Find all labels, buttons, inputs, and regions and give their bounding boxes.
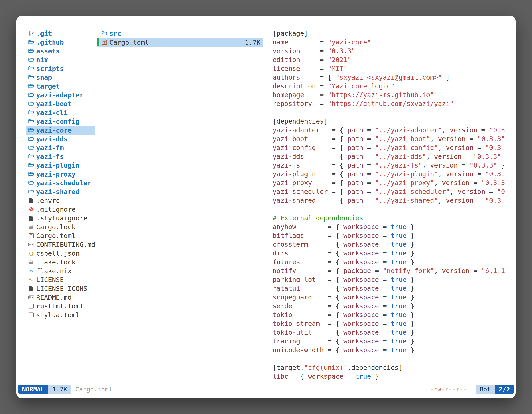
preview-pane: [package]name = "yazi-core"version = "0.… [273, 29, 513, 383]
code-line: yazi-fs = { path = "../yazi-fs", version… [273, 161, 513, 170]
selection-marker [97, 38, 99, 46]
file-row-README.md[interactable]: README.md [26, 293, 95, 302]
file-row-LICENSE[interactable]: LICENSE [26, 275, 95, 284]
code-line: notify = { package = "notify-fork", vers… [273, 267, 513, 275]
file-row-yazi-fm[interactable]: yazi-fm [26, 143, 95, 152]
position-badge: Bot [475, 385, 495, 394]
file-row-stylua.toml[interactable]: stylua.toml [26, 310, 95, 319]
file-name: yazi-adapter [36, 91, 83, 99]
file-row-nix[interactable]: nix [26, 55, 95, 64]
file-name: .gitignore [36, 206, 76, 213]
file-row-flake.nix[interactable]: flake.nix [26, 267, 95, 275]
code-line: yazi-proxy = { path = "../yazi-proxy", v… [273, 179, 513, 187]
status-bar-left: NORMAL 1.7K Cargo.toml [18, 385, 112, 394]
code-line: unicode-width = { workspace = true } [273, 346, 513, 355]
file-row-yazi-shared[interactable]: yazi-shared [26, 187, 95, 196]
file-name: yazi-cli [36, 109, 68, 116]
key-icon [28, 277, 34, 283]
code-line: dirs = { workspace = true } [273, 249, 513, 258]
file-row-.styluaignore[interactable]: .styluaignore [26, 214, 95, 222]
file-row-src[interactable]: src [97, 29, 263, 38]
file-name: Cargo.toml [36, 232, 76, 240]
git-branch-icon [28, 30, 34, 37]
file-name: yazi-fs [36, 153, 64, 161]
code-line: parking_lot = { workspace = true } [273, 275, 513, 284]
file-row-.envrc[interactable]: .envrc [26, 196, 95, 205]
code-line: yazi-dds = { path = "../yazi-dds", versi… [273, 152, 513, 161]
code-line: homepage = "https://yazi-rs.github.io" [273, 91, 513, 99]
file-row-yazi-adapter[interactable]: yazi-adapter [26, 91, 95, 99]
file-row-Cargo.toml[interactable]: Cargo.toml1.7K [97, 38, 263, 47]
code-line: # External dependencies [273, 214, 513, 222]
code-line: repository = "https://github.com/sxyazi/… [273, 99, 513, 108]
file-row-Cargo.toml[interactable]: Cargo.toml [26, 231, 95, 240]
file-row-snap[interactable]: snap [26, 73, 95, 82]
file-row-yazi-fs[interactable]: yazi-fs [26, 152, 95, 161]
file-name: Cargo.lock [36, 223, 76, 231]
file-name: flake.nix [36, 267, 72, 275]
file-row-yazi-config[interactable]: yazi-config [26, 117, 95, 126]
file-row-yazi-plugin[interactable]: yazi-plugin [26, 161, 95, 170]
file-name: flake.lock [36, 258, 76, 266]
file-row-flake.lock[interactable]: flake.lock [26, 258, 95, 267]
file-name: Cargo.toml [109, 39, 149, 46]
code-line: bitflags = { workspace = true } [273, 231, 513, 240]
file-row-cspell.json[interactable]: {}cspell.json [26, 249, 95, 258]
file-row-Cargo.lock[interactable]: Cargo.lock [26, 222, 95, 231]
file-name: yazi-proxy [36, 170, 76, 178]
code-line: ratatui = { workspace = true } [273, 284, 513, 293]
file-name: .git [36, 30, 52, 38]
file-name: src [109, 30, 121, 38]
code-line: serde = { workspace = true } [273, 302, 513, 310]
file-row-LICENSE-ICONS[interactable]: LICENSE-ICONS [26, 284, 95, 293]
file-row-yazi-proxy[interactable]: yazi-proxy [26, 170, 95, 179]
status-bar: NORMAL 1.7K Cargo.toml -rw-r--r-- Bot 2/… [18, 385, 514, 394]
file-icon [28, 285, 34, 292]
json-icon: {} [28, 250, 34, 257]
file-row-yazi-boot[interactable]: yazi-boot [26, 99, 95, 108]
code-line: futures = { workspace = true } [273, 258, 513, 267]
folder-open-icon [28, 74, 34, 81]
file-name: README.md [36, 294, 72, 301]
file-size: 1.7K [245, 39, 260, 46]
file-row-target[interactable]: target [26, 82, 95, 91]
file-name: yazi-config [36, 118, 80, 125]
code-line: yazi-plugin = { path = "../yazi-plugin",… [273, 170, 513, 179]
code-line: tracing = { workspace = true } [273, 337, 513, 346]
code-line: [target."cfg(unix)".dependencies] [273, 363, 513, 372]
file-row-yazi-dds[interactable]: yazi-dds [26, 135, 95, 143]
file-row-scripts[interactable]: scripts [26, 64, 95, 73]
file-row-.github[interactable]: .github [26, 38, 95, 47]
status-bar-right: -rw-r--r-- Bot 2/2 [430, 385, 514, 394]
file-row-assets[interactable]: assets [26, 47, 95, 55]
file-row-yazi-scheduler[interactable]: yazi-scheduler [26, 179, 95, 187]
markdown-icon [28, 241, 34, 248]
code-line: yazi-adapter = { path = "../yazi-adapter… [273, 126, 513, 135]
file-row-rustfmt.toml[interactable]: rustfmt.toml [26, 302, 95, 310]
folder-open-icon [28, 136, 34, 142]
file-size-badge: 1.7K [48, 385, 71, 394]
code-line [273, 355, 513, 363]
code-line: [package] [273, 29, 513, 38]
file-name: nix [36, 56, 48, 64]
file-row-.git[interactable]: .git [26, 29, 95, 38]
code-line: tokio-stream = { workspace = true } [273, 319, 513, 328]
file-name: LICENSE [36, 276, 64, 284]
code-line: scopeguard = { workspace = true } [273, 293, 513, 302]
toml-icon [28, 232, 34, 239]
file-row-yazi-core[interactable]: yazi-core [26, 126, 95, 135]
file-row-CONTRIBUTING.md[interactable]: CONTRIBUTING.md [26, 240, 95, 249]
code-line: tokio-util = { workspace = true } [273, 328, 513, 337]
folder-open-icon [28, 66, 34, 72]
code-line: name = "yazi-core" [273, 38, 513, 47]
folder-open-icon [28, 101, 34, 107]
markdown-icon [28, 294, 34, 300]
file-row-yazi-cli[interactable]: yazi-cli [26, 108, 95, 117]
folder-open-icon [101, 30, 108, 37]
code-line: version = "0.3.3" [273, 47, 513, 55]
file-row-.gitignore[interactable]: .gitignore [26, 205, 95, 214]
folder-open-icon [28, 144, 34, 151]
gitignore-icon [28, 206, 34, 212]
file-name: yazi-fm [36, 144, 64, 152]
code-line: edition = "2021" [273, 55, 513, 64]
